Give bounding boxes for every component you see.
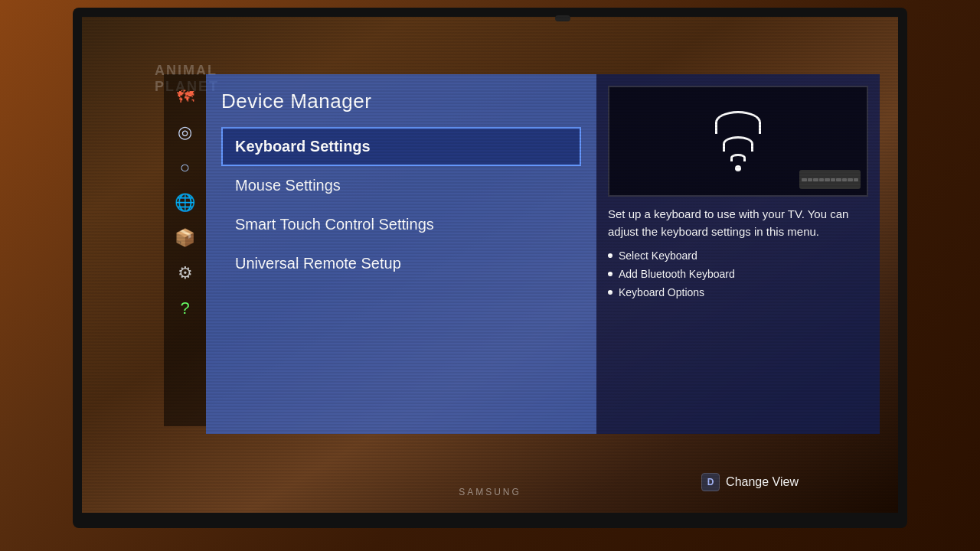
sidebar-item-help[interactable]: ? bbox=[168, 292, 202, 325]
sidebar: 🗺 ◎ ○ 🌐 📦 ⚙ ? bbox=[164, 74, 206, 426]
sidebar-item-apps[interactable]: 📦 bbox=[168, 221, 202, 255]
menu-items: Keyboard Settings Mouse Settings Smart T… bbox=[221, 127, 581, 283]
wifi-arc-medium bbox=[723, 136, 753, 152]
info-image bbox=[608, 86, 868, 197]
keyboard-keys bbox=[799, 176, 861, 184]
menu-item-smart-touch[interactable]: Smart Touch Control Settings bbox=[221, 205, 581, 244]
network-icon: ◎ bbox=[178, 122, 192, 142]
bullet-dot bbox=[608, 290, 612, 295]
help-icon: ? bbox=[180, 298, 189, 318]
info-panel: Set up a keyboard to use with your TV. Y… bbox=[596, 74, 880, 434]
d-button[interactable]: D bbox=[701, 473, 720, 491]
menu-item-keyboard-settings[interactable]: Keyboard Settings bbox=[221, 127, 581, 166]
key bbox=[819, 178, 825, 181]
bullet-dot bbox=[608, 272, 612, 276]
key bbox=[836, 178, 841, 181]
tv-camera bbox=[555, 15, 570, 21]
key bbox=[848, 178, 853, 181]
wifi-arc-large bbox=[715, 111, 761, 134]
tv-frame: ANIMALPLANET 🗺 ◎ ○ 🌐 📦 ⚙ ? bbox=[73, 8, 907, 528]
key bbox=[802, 178, 807, 181]
sidebar-item-map[interactable]: 🗺 bbox=[168, 80, 202, 114]
sidebar-item-world[interactable]: 🌐 bbox=[168, 186, 202, 220]
wifi-dot bbox=[735, 165, 741, 171]
bottom-bar: D Change View bbox=[701, 473, 799, 491]
wifi-icon bbox=[715, 111, 761, 171]
wifi-arc-small bbox=[730, 154, 746, 161]
sidebar-item-network[interactable]: ◎ bbox=[168, 116, 202, 149]
main-panel: Device Manager Keyboard Settings Mouse S… bbox=[206, 74, 596, 434]
bullet-add-bluetooth: Add Bluetooth Keyboard bbox=[608, 268, 868, 280]
info-description: Set up a keyboard to use with your TV. Y… bbox=[608, 206, 868, 240]
key bbox=[813, 178, 818, 181]
key bbox=[854, 178, 859, 181]
menu-item-universal-remote[interactable]: Universal Remote Setup bbox=[221, 244, 581, 283]
info-bullets: Select Keyboard Add Bluetooth Keyboard K… bbox=[608, 249, 868, 298]
settings-icon: ⚙ bbox=[178, 263, 193, 283]
key bbox=[825, 178, 830, 181]
change-view-label: Change View bbox=[726, 475, 799, 489]
sidebar-item-settings[interactable]: ⚙ bbox=[168, 256, 202, 290]
key bbox=[831, 178, 836, 181]
map-icon: 🗺 bbox=[177, 87, 194, 107]
sidebar-item-globe[interactable]: ○ bbox=[168, 151, 202, 184]
key bbox=[808, 178, 813, 181]
tv-screen: ANIMALPLANET 🗺 ◎ ○ 🌐 📦 ⚙ ? bbox=[82, 17, 898, 513]
samsung-logo: SAMSUNG bbox=[459, 487, 521, 497]
bullet-dot bbox=[608, 253, 612, 258]
bullet-select-keyboard: Select Keyboard bbox=[608, 249, 868, 262]
panel-title: Device Manager bbox=[221, 90, 581, 113]
apps-icon: 📦 bbox=[175, 228, 195, 248]
world-icon: 🌐 bbox=[175, 193, 195, 213]
key bbox=[842, 178, 848, 181]
keyboard-thumbnail bbox=[799, 170, 861, 189]
bullet-keyboard-options: Keyboard Options bbox=[608, 286, 868, 298]
menu-item-mouse-settings[interactable]: Mouse Settings bbox=[221, 166, 581, 205]
globe-icon: ○ bbox=[180, 158, 190, 178]
